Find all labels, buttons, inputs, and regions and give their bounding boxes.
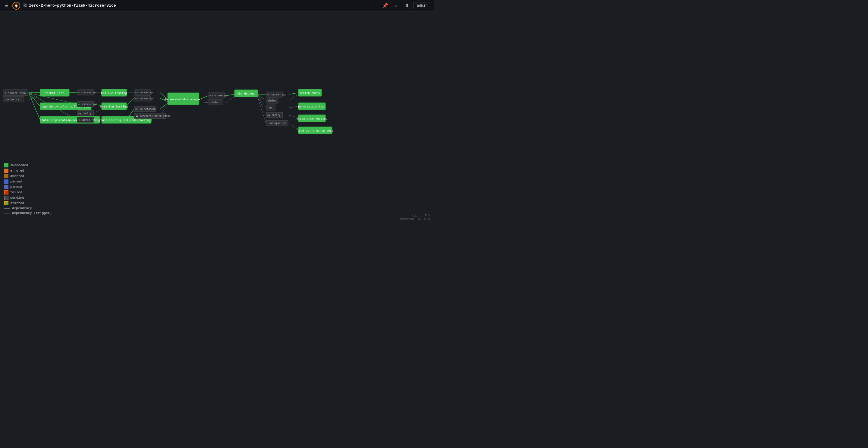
header: ☰ ⛓ zero-2-hero-python-flask-microservic… (0, 0, 434, 11)
svg-text:alpine: alpine (267, 99, 276, 102)
svg-text:⊙ source-repo: ⊙ source-repo (79, 103, 97, 106)
legend-errored-label: errored (10, 169, 24, 173)
resource-zap[interactable]: zap (266, 105, 275, 110)
resource-source-repo-1[interactable]: ⊙ source-repo (3, 90, 28, 96)
svg-text:⊙ source-repo: ⊙ source-repo (79, 118, 97, 121)
svg-point-1 (16, 5, 17, 7)
legend-pending: pending (4, 196, 52, 200)
legend-dependency: dependency (4, 207, 52, 210)
svg-text:py-poetry: py-poetry (267, 114, 281, 116)
legend-failed-box (4, 190, 8, 195)
legend-aborted-label: aborted (10, 174, 24, 178)
svg-text:loadimpact-k6: loadimpact-k6 (267, 122, 286, 125)
resource-concourse-dcind[interactable]: 🐳 concourse-dcind-image (134, 113, 170, 118)
legend-started-box (4, 201, 8, 205)
job-docker-build-scan-push[interactable]: docker-build-scan-push (164, 93, 202, 105)
pause-button[interactable]: ⏸ (403, 1, 411, 10)
resource-alpine[interactable]: alpine (266, 98, 278, 103)
legend-aborted: aborted (4, 174, 52, 178)
star-button[interactable]: ☆ (392, 1, 400, 10)
legend-pending-label: pending (10, 196, 24, 200)
legend-errored-box (4, 169, 8, 173)
legend-paused-label: paused (10, 180, 22, 183)
cli-info: cli: ⊞ △ (400, 213, 430, 217)
svg-text:acceptance-testing: acceptance-testing (297, 117, 328, 120)
svg-text:penetration-test: penetration-test (298, 105, 326, 108)
legend-paused: paused (4, 179, 52, 184)
pipeline-canvas: ⊙ source-repo py-poetry format-lint depe… (0, 11, 434, 224)
legend-pinned-box (4, 185, 8, 189)
legend-pinned-label: pinned (10, 185, 22, 189)
job-bdd-e2e-testing[interactable]: bdd-e2e-testing (101, 89, 127, 96)
version-info: cli: ⊞ △ version: v7.2.0 (400, 213, 430, 221)
legend-trigger-line (4, 213, 10, 213)
cli-icons: ⊞ △ (424, 213, 430, 216)
svg-text:⊙ source-repo: ⊙ source-repo (135, 91, 154, 94)
resource-helm[interactable]: ⚓ helm (208, 100, 223, 105)
job-load-performance-test[interactable]: load-performance-test (297, 127, 333, 134)
pipeline-icon: ⛓ (23, 3, 27, 8)
legend-pending-box (4, 196, 8, 200)
legend-failed-label: failed (10, 191, 22, 194)
job-acceptance-testing[interactable]: acceptance-testing (297, 115, 328, 122)
job-penetration-test[interactable]: penetration-test (298, 103, 326, 110)
app-logo (12, 1, 21, 10)
legend-succeeded: succeeded (4, 163, 52, 167)
job-k8s-deploy[interactable]: k8s-deploy (235, 90, 258, 97)
svg-text:docker-build-scan-push: docker-build-scan-push (164, 98, 202, 101)
resource-build-metadata[interactable]: build-metadata (134, 106, 156, 112)
user-menu[interactable]: admin (413, 2, 431, 9)
legend-started: started (4, 201, 52, 205)
legend-started-label: started (10, 201, 24, 205)
resource-py-poetry-2[interactable]: py-poetry (77, 110, 94, 116)
legend-dependency-label: dependency (12, 207, 32, 210)
svg-text:build-metadata: build-metadata (135, 108, 156, 110)
svg-text:py-poetry: py-poetry (79, 112, 92, 115)
resource-loadimpact-k6[interactable]: loadimpact-k6 (266, 120, 288, 126)
svg-text:health-check: health-check (300, 91, 320, 95)
resource-py-poetry-1[interactable]: py-poetry (3, 97, 24, 102)
legend: succeeded errored aborted paused pinned … (4, 163, 52, 215)
legend-aborted-box (4, 174, 8, 178)
job-format-lint[interactable]: format-lint (40, 89, 69, 96)
windows-icon: ⊞ (425, 213, 427, 216)
svg-text:load-performance-test: load-performance-test (297, 129, 333, 132)
legend-dependency-line (4, 208, 10, 209)
svg-text:mutation-testing: mutation-testing (100, 105, 128, 108)
pipeline-diagram: ⊙ source-repo py-poetry format-lint depe… (0, 11, 434, 224)
legend-dependency-trigger: dependency (trigger) (4, 211, 52, 215)
linux-icon: △ (428, 213, 430, 216)
resource-py-poetry-3[interactable]: py-poetry (266, 112, 283, 118)
legend-succeeded-label: succeeded (10, 164, 28, 167)
svg-text:bdd-e2e-testing: bdd-e2e-testing (101, 91, 127, 95)
svg-text:py-poetry: py-poetry (4, 98, 19, 101)
legend-errored: errored (4, 169, 52, 173)
svg-text:🐳 concourse-dcind-image: 🐳 concourse-dcind-image (135, 114, 170, 117)
job-health-check[interactable]: health-check (299, 89, 321, 96)
page-title: zero-2-hero-python-flask-microservice (29, 3, 381, 8)
header-actions: 📌 ☆ ⏸ admin (381, 1, 431, 10)
job-mutation-testing[interactable]: mutation-testing (100, 103, 128, 110)
svg-text:⚓ helm: ⚓ helm (209, 101, 218, 104)
legend-pinned: pinned (4, 185, 52, 189)
version-number: version: v7.2.0 (400, 217, 430, 221)
svg-text:format-lint: format-lint (45, 91, 64, 95)
svg-text:k8s-deploy: k8s-deploy (237, 92, 254, 95)
svg-text:⊙ source-repo: ⊙ source-repo (267, 93, 286, 96)
legend-failed: failed (4, 190, 52, 195)
svg-text:⊙ source-repo: ⊙ source-repo (4, 92, 26, 95)
svg-text:zap: zap (267, 106, 272, 109)
svg-text:unit-testing-and-code-coverage: unit-testing-and-code-coverage (100, 118, 152, 122)
svg-text:⊙ source-repo: ⊙ source-repo (79, 91, 97, 94)
svg-text:⊙ source-repo: ⊙ source-repo (209, 94, 228, 97)
legend-dependency-trigger-label: dependency (trigger) (12, 211, 52, 215)
svg-text:⊙ source-repo: ⊙ source-repo (135, 97, 154, 100)
legend-paused-box (4, 179, 8, 184)
sidebar-toggle[interactable]: ☰ (3, 2, 10, 9)
legend-succeeded-box (4, 163, 8, 167)
pin-button[interactable]: 📌 (381, 1, 390, 10)
